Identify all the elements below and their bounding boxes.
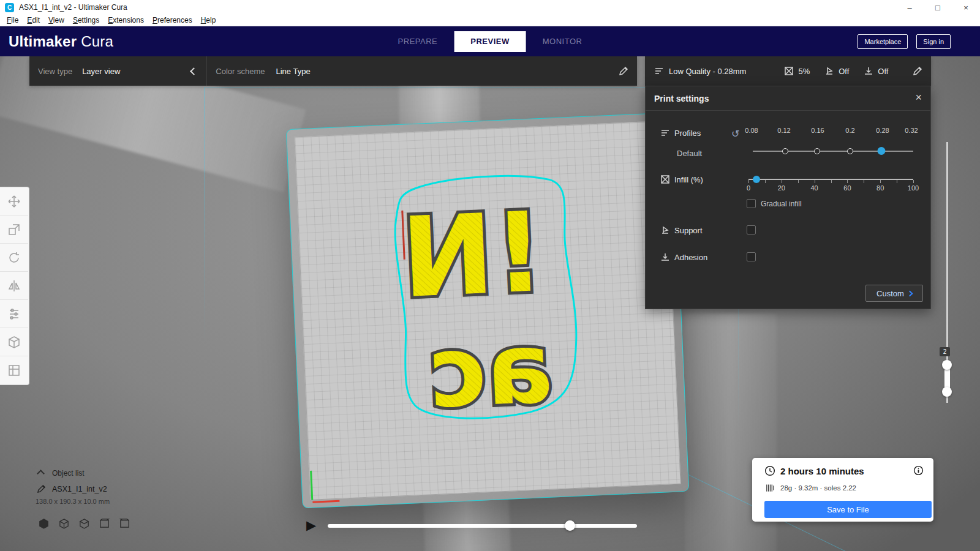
app-logo: Ultimaker Cura xyxy=(9,26,113,56)
profile-value: 0.32 xyxy=(905,127,918,134)
summary-infill: 5% xyxy=(798,67,810,76)
signin-button[interactable]: Sign in xyxy=(916,34,951,49)
profile-slider[interactable] xyxy=(753,151,913,152)
model-text-top: !N xyxy=(399,188,547,322)
tab-prepare[interactable]: PREPARE xyxy=(382,31,454,52)
profile-value: 0.12 xyxy=(777,127,790,134)
menu-view[interactable]: View xyxy=(44,16,69,24)
mirror-icon xyxy=(7,279,21,293)
window-controls: – □ × xyxy=(895,0,980,15)
info-icon[interactable] xyxy=(913,465,924,476)
rotate-tool[interactable] xyxy=(0,244,28,272)
infill-slider-handle[interactable] xyxy=(753,176,760,183)
view-right-icon[interactable] xyxy=(119,518,130,530)
view-left-icon[interactable] xyxy=(99,518,110,530)
scale-tool[interactable] xyxy=(0,216,28,244)
simulation-slider-handle[interactable] xyxy=(565,520,575,531)
custom-settings-button[interactable]: Custom xyxy=(865,285,923,302)
close-icon[interactable]: × xyxy=(915,91,922,104)
menu-file[interactable]: File xyxy=(2,16,23,24)
support-checkbox[interactable] xyxy=(747,225,756,234)
profile-default-label: Default xyxy=(677,149,702,158)
edit-print-settings-button[interactable] xyxy=(913,66,922,76)
print-time-estimate: 2 hours 10 minutes xyxy=(780,466,864,476)
print-settings-summary[interactable]: Low Quality - 0.28mm 5% Off Off xyxy=(645,56,931,86)
profile-stop-0.16[interactable] xyxy=(814,148,820,154)
edit-view-settings-button[interactable] xyxy=(619,66,628,76)
header-buttons: Marketplace Sign in xyxy=(858,26,951,56)
print-settings-header: Print settings × xyxy=(646,86,930,111)
profile-value: 0.2 xyxy=(845,127,854,134)
view-front-icon[interactable] xyxy=(58,518,70,530)
adhesion-checkbox[interactable] xyxy=(747,252,756,261)
close-icon[interactable]: × xyxy=(952,0,980,15)
menu-bar: File Edit View Settings Extensions Prefe… xyxy=(0,15,980,26)
chevron-left-icon[interactable] xyxy=(190,67,198,75)
profile-stop-0.2[interactable] xyxy=(847,148,853,154)
print-settings-panel: Print settings × Profiles ↺ 0.08 0.12 0.… xyxy=(645,86,931,309)
adhesion-icon xyxy=(864,66,873,76)
maximize-icon[interactable]: □ xyxy=(924,0,952,15)
play-icon[interactable]: ▶ xyxy=(306,518,316,533)
infill-icon xyxy=(660,174,670,184)
support-blocker-tool[interactable] xyxy=(0,328,28,356)
infill-scale: 0 20 40 60 80 100 xyxy=(748,184,913,192)
mesh-tools[interactable] xyxy=(0,356,28,384)
profile-icon xyxy=(660,128,670,138)
support-icon xyxy=(824,66,834,76)
infill-tick-label: 0 xyxy=(747,184,750,192)
x-axis-indicator xyxy=(312,500,339,503)
infill-tick-label: 80 xyxy=(876,184,884,192)
object-list-toggle[interactable]: Object list xyxy=(38,469,85,478)
adhesion-icon xyxy=(660,252,670,262)
sliced-model[interactable]: !N ac xyxy=(371,165,610,463)
move-tool[interactable] xyxy=(0,187,28,216)
simulation-slider[interactable] xyxy=(328,524,637,528)
gradual-infill-checkbox[interactable] xyxy=(747,199,756,208)
menu-extensions[interactable]: Extensions xyxy=(104,16,148,24)
profiles-label: Profiles xyxy=(674,129,701,138)
view-3d-icon[interactable] xyxy=(38,518,50,530)
infill-slider[interactable] xyxy=(748,179,913,180)
pencil-icon xyxy=(37,484,46,493)
menu-settings[interactable]: Settings xyxy=(69,16,104,24)
marketplace-button[interactable]: Marketplace xyxy=(858,34,908,49)
build-plate[interactable]: !N ac xyxy=(286,113,689,509)
reset-profile-icon[interactable]: ↺ xyxy=(731,128,739,140)
object-list-item[interactable]: ASX1_I1_int_v2 xyxy=(37,484,107,493)
profile-stop-0.28-selected[interactable] xyxy=(878,147,886,155)
clock-icon xyxy=(764,465,775,476)
per-model-settings-tool[interactable] xyxy=(0,300,28,328)
tab-monitor[interactable]: MONITOR xyxy=(526,31,599,52)
camera-presets xyxy=(38,518,130,530)
infill-icon xyxy=(784,66,794,76)
adhesion-label: Adhesion xyxy=(674,253,707,262)
material-icon xyxy=(766,484,775,492)
save-to-file-button[interactable]: Save to File xyxy=(764,501,932,518)
window-title: ASX1_I1_int_v2 - Ultimaker Cura xyxy=(19,3,127,12)
profile-value: 0.16 xyxy=(811,127,824,134)
gradual-infill-label: Gradual infill xyxy=(761,200,802,208)
view-top-icon[interactable] xyxy=(78,518,90,530)
tab-preview[interactable]: PREVIEW xyxy=(454,31,526,52)
layer-slider-upper-handle[interactable] xyxy=(942,360,952,370)
color-scheme-value[interactable]: Line Type xyxy=(276,67,310,76)
cura-window: !N ac C ASX1_I1_int_v2 - Ultimaker Cura … xyxy=(0,0,980,551)
scale-icon xyxy=(7,223,21,236)
summary-adhesion: Off xyxy=(878,67,888,76)
minimize-icon[interactable]: – xyxy=(895,0,924,15)
view-type-value[interactable]: Layer view xyxy=(82,67,120,76)
layer-slider-lower-handle[interactable] xyxy=(942,387,952,397)
profile-stop-0.12[interactable] xyxy=(782,148,788,154)
menu-preferences[interactable]: Preferences xyxy=(148,16,197,24)
build-volume-line xyxy=(204,88,205,345)
infill-tick-label: 40 xyxy=(810,184,818,192)
menu-help[interactable]: Help xyxy=(197,16,221,24)
menu-edit[interactable]: Edit xyxy=(23,16,44,24)
view-options-bar: View type Layer view Color scheme Line T… xyxy=(29,56,637,86)
color-scheme-label: Color scheme xyxy=(216,67,265,76)
tool-panel xyxy=(0,187,29,385)
rotate-icon xyxy=(7,251,21,264)
pencil-icon xyxy=(913,66,922,76)
mirror-tool[interactable] xyxy=(0,272,28,300)
